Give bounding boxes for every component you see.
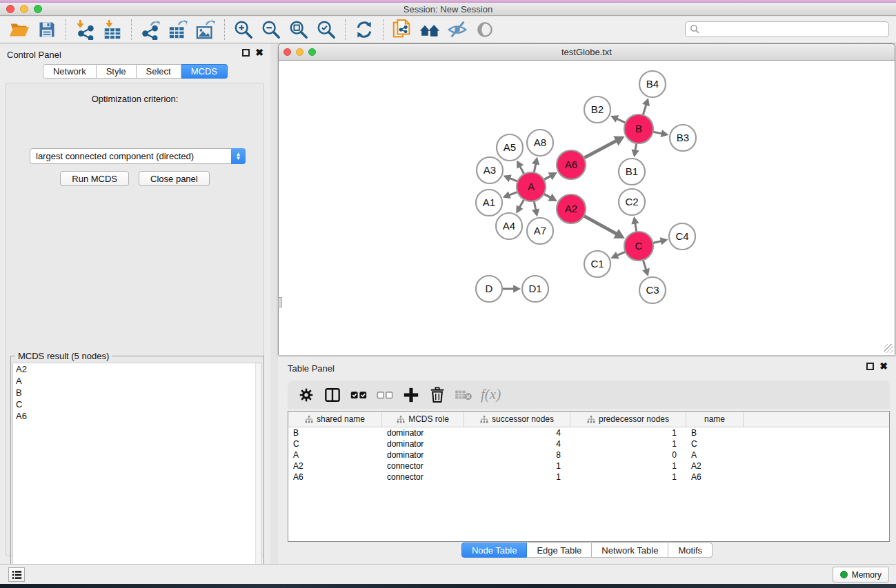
graph-node-B4[interactable]: B4 <box>639 71 666 97</box>
graph-node-A3[interactable]: A3 <box>477 157 503 183</box>
function-builder-button[interactable]: f(x) <box>481 386 501 403</box>
graph-node-A6[interactable]: A6 <box>557 150 586 179</box>
mcds-result-item[interactable]: B <box>13 387 261 398</box>
cell-shared-name[interactable]: A2 <box>288 461 382 471</box>
export-table-button[interactable] <box>164 18 192 41</box>
tab-style[interactable]: Style <box>97 64 137 79</box>
zoom-selected-button[interactable] <box>312 18 340 41</box>
table-row[interactable]: Cdominator41C <box>288 438 889 449</box>
mcds-result-item[interactable]: A <box>13 375 261 387</box>
network-zoom-button[interactable] <box>308 48 316 56</box>
cell-predecessor-nodes[interactable]: 1 <box>570 428 686 438</box>
table-tab-edge-table[interactable]: Edge Table <box>527 543 592 558</box>
cell-shared-name[interactable]: A <box>288 450 382 460</box>
graph-node-A1[interactable]: A1 <box>476 190 502 216</box>
cell-name[interactable]: A2 <box>686 461 744 471</box>
delete-table-button[interactable] <box>453 385 474 405</box>
graph-node-C2[interactable]: C2 <box>619 189 645 215</box>
mcds-result-item[interactable]: C <box>13 398 261 410</box>
import-network-button[interactable] <box>71 18 99 41</box>
graph-node-A8[interactable]: A8 <box>527 130 553 156</box>
cell-name[interactable]: A <box>686 450 744 460</box>
graph-node-C3[interactable]: C3 <box>639 277 666 303</box>
close-panel-icon[interactable]: ✖ <box>255 47 263 58</box>
home-layout-button[interactable] <box>416 18 444 41</box>
select-all-columns-button[interactable] <box>348 385 369 405</box>
search-input[interactable] <box>700 25 884 34</box>
graph-node-B1[interactable]: B1 <box>619 159 645 185</box>
table-row[interactable]: A6connector11A6 <box>288 472 889 483</box>
cell-name[interactable]: A6 <box>686 472 744 482</box>
column-header-predecessor-nodes[interactable]: predecessor nodes <box>570 412 686 427</box>
cell-successor-nodes[interactable]: 1 <box>464 461 570 471</box>
column-header-name[interactable]: name <box>686 412 744 427</box>
tab-select[interactable]: Select <box>137 64 181 79</box>
network-close-button[interactable] <box>283 48 291 56</box>
graph-node-D1[interactable]: D1 <box>522 276 548 302</box>
column-header-successor-nodes[interactable]: successor nodes <box>464 412 570 427</box>
cell-MCDS-role[interactable]: dominator <box>382 450 464 460</box>
network-canvas[interactable]: B4B2BB3A8A5A6A3B1AC2A1A2A4A7C4CC1DD1C3 <box>279 61 895 355</box>
table-row[interactable]: A2connector11A2 <box>288 460 889 472</box>
result-scrollbar[interactable] <box>255 363 261 588</box>
export-image-button[interactable] <box>192 18 219 41</box>
graph-node-A5[interactable]: A5 <box>497 134 523 161</box>
cell-shared-name[interactable]: A6 <box>288 472 382 482</box>
network-minimize-button[interactable] <box>296 48 303 56</box>
graph-node-A2[interactable]: A2 <box>557 194 586 223</box>
table-tab-network-table[interactable]: Network Table <box>592 543 668 558</box>
close-table-panel-icon[interactable]: ✖ <box>879 361 888 372</box>
cell-name[interactable]: C <box>686 439 744 449</box>
mcds-result-item[interactable]: A6 <box>13 410 261 422</box>
cell-MCDS-role[interactable]: dominator <box>382 439 464 449</box>
graph-node-B2[interactable]: B2 <box>584 97 610 123</box>
split-columns-button[interactable] <box>322 385 343 405</box>
cell-shared-name[interactable]: C <box>288 439 382 449</box>
zoom-in-button[interactable] <box>230 18 257 41</box>
column-header-MCDS-role[interactable]: MCDS role <box>382 412 464 427</box>
hide-selected-button[interactable] <box>444 18 471 41</box>
task-history-button[interactable] <box>8 567 25 582</box>
graph-node-C1[interactable]: C1 <box>584 251 610 277</box>
float-table-panel-icon[interactable] <box>866 363 874 370</box>
settings-gear-button[interactable] <box>296 385 317 405</box>
clone-network-button[interactable] <box>388 18 416 41</box>
splitter-handle[interactable] <box>278 297 282 307</box>
save-session-button[interactable] <box>33 18 61 41</box>
cell-predecessor-nodes[interactable]: 1 <box>570 439 686 449</box>
zoom-window-button[interactable] <box>34 5 42 13</box>
cell-MCDS-role[interactable]: connector <box>382 461 464 471</box>
graph-node-A[interactable]: A <box>517 172 546 201</box>
cell-successor-nodes[interactable]: 1 <box>464 472 570 482</box>
table-row[interactable]: Adominator80A <box>288 449 889 460</box>
graph-node-A4[interactable]: A4 <box>496 213 522 239</box>
graph-node-C[interactable]: C <box>624 232 653 261</box>
close-panel-button[interactable]: Close panel <box>139 171 210 186</box>
add-column-button[interactable] <box>401 385 421 405</box>
import-table-button[interactable] <box>99 18 126 41</box>
tab-network[interactable]: Network <box>43 64 97 79</box>
table-tab-motifs[interactable]: Motifs <box>668 543 713 558</box>
graph-node-B3[interactable]: B3 <box>670 125 696 151</box>
window-resize-grip[interactable] <box>884 344 893 353</box>
refresh-view-button[interactable] <box>350 18 378 41</box>
minimize-window-button[interactable] <box>20 5 28 13</box>
optimization-criterion-dropdown[interactable]: largest connected component (directed) ▲… <box>30 148 246 164</box>
memory-button[interactable]: Memory <box>833 567 889 582</box>
cell-successor-nodes[interactable]: 4 <box>464 428 570 438</box>
deselect-all-columns-button[interactable] <box>375 385 395 405</box>
tab-mcds[interactable]: MCDS <box>181 64 228 79</box>
cell-predecessor-nodes[interactable]: 1 <box>570 472 686 482</box>
cell-successor-nodes[interactable]: 4 <box>464 439 570 449</box>
float-panel-icon[interactable] <box>242 49 250 57</box>
zoom-fit-button[interactable] <box>285 18 312 41</box>
cell-predecessor-nodes[interactable]: 0 <box>570 450 686 460</box>
cell-successor-nodes[interactable]: 8 <box>464 450 570 460</box>
open-session-button[interactable] <box>6 18 33 41</box>
cell-name[interactable]: B <box>686 428 744 438</box>
cell-MCDS-role[interactable]: connector <box>382 472 464 482</box>
graph-node-B[interactable]: B <box>624 114 653 143</box>
table-row[interactable]: Bdominator41B <box>288 427 889 438</box>
column-header-shared-name[interactable]: shared name <box>288 412 382 427</box>
graph-node-A7[interactable]: A7 <box>527 218 553 244</box>
